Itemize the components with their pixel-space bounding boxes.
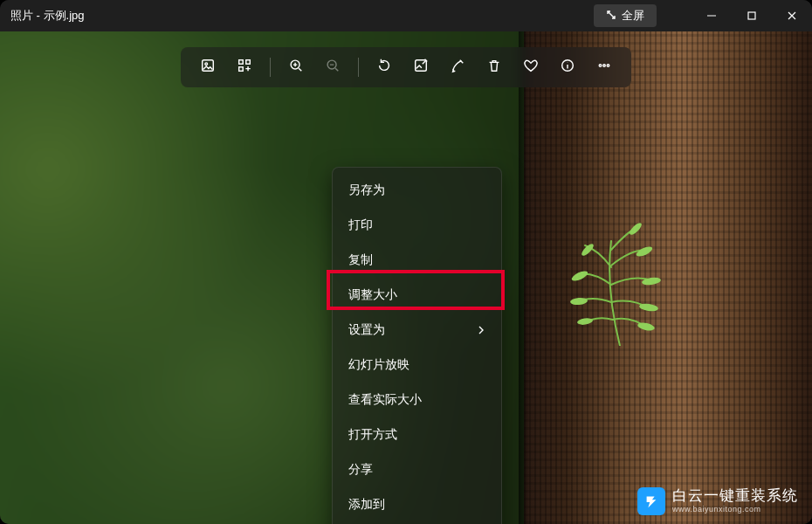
image-canvas[interactable]: 另存为 打印 复制 调整大小 设置为 幻灯片放映 查看实际大小 [0, 31, 812, 524]
menu-item-share[interactable]: 分享 [333, 452, 501, 487]
svg-rect-13 [246, 60, 251, 65]
menu-item-label: 添加到 [348, 497, 385, 513]
svg-rect-0 [748, 12, 755, 19]
svg-point-20 [603, 65, 606, 67]
window-title: 照片 - 示例.jpg [10, 8, 85, 24]
delete-button[interactable] [478, 52, 511, 82]
app-name: 照片 [10, 9, 33, 22]
heart-icon [523, 58, 539, 77]
menu-item-label: 另存为 [348, 183, 385, 198]
svg-rect-14 [239, 67, 244, 72]
maximize-button[interactable] [732, 0, 772, 31]
rotate-button[interactable] [368, 52, 401, 82]
more-icon [596, 58, 612, 77]
menu-item-actual-size[interactable]: 查看实际大小 [333, 383, 501, 417]
toolbar-separator [358, 58, 359, 77]
menu-item-label: 打开方式 [348, 427, 397, 443]
context-menu: 另存为 打印 复制 调整大小 设置为 幻灯片放映 查看实际大小 [332, 167, 502, 524]
svg-point-2 [570, 297, 588, 306]
svg-point-11 [205, 63, 208, 66]
menu-item-label: 查看实际大小 [348, 392, 422, 408]
watermark-text: 白云一键重装系统 [672, 488, 798, 505]
info-button[interactable] [551, 52, 584, 82]
image-icon [200, 58, 216, 77]
menu-item-label: 打印 [348, 217, 373, 233]
fullscreen-icon [606, 10, 616, 23]
menu-item-label: 幻灯片放映 [348, 357, 409, 373]
watermark-url: www.baiyunxitong.com [672, 506, 798, 514]
watermark-logo-icon [637, 487, 665, 515]
minimize-button[interactable] [692, 0, 732, 31]
window-controls [692, 0, 812, 31]
menu-item-set-as[interactable]: 设置为 [333, 313, 501, 348]
markup-button[interactable] [441, 52, 474, 82]
menu-item-add-to[interactable]: 添加到 [333, 487, 501, 522]
zoom-in-icon [288, 58, 304, 77]
rotate-icon [376, 58, 392, 77]
fern-graphic [559, 215, 681, 346]
menu-item-open-with[interactable]: 打开方式 [333, 417, 501, 452]
zoom-out-icon [325, 58, 341, 77]
close-button[interactable] [772, 0, 812, 31]
fullscreen-button[interactable]: 全屏 [594, 4, 657, 27]
trash-icon [486, 58, 502, 77]
title-bar: 照片 - 示例.jpg 全屏 [0, 0, 812, 31]
zoom-out-button[interactable] [316, 52, 349, 82]
watermark-text-block: 白云一键重装系统 www.baiyunxitong.com [672, 488, 798, 514]
view-image-button[interactable] [191, 52, 224, 82]
markup-icon [450, 58, 465, 77]
menu-item-resize[interactable]: 调整大小 [333, 278, 501, 313]
svg-point-9 [628, 221, 643, 237]
fullscreen-label: 全屏 [622, 8, 644, 24]
svg-point-1 [577, 317, 594, 325]
menu-item-label: 设置为 [348, 322, 385, 338]
svg-point-3 [570, 269, 589, 283]
photo-toolbar [181, 47, 631, 87]
photos-app-window: 照片 - 示例.jpg 全屏 [0, 0, 812, 524]
menu-item-slideshow[interactable]: 幻灯片放映 [333, 348, 501, 383]
svg-rect-12 [239, 60, 244, 65]
menu-item-label: 调整大小 [348, 287, 397, 303]
grid-add-icon [237, 58, 252, 77]
edit-image-icon [413, 58, 429, 77]
more-button[interactable] [588, 52, 621, 82]
watermark: 白云一键重装系统 www.baiyunxitong.com [637, 487, 798, 515]
svg-point-19 [599, 65, 602, 67]
filmstrip-button[interactable] [228, 52, 261, 82]
menu-item-copy[interactable]: 复制 [333, 243, 501, 278]
menu-item-save-as[interactable]: 另存为 [333, 173, 501, 208]
favorite-button[interactable] [514, 52, 547, 82]
chevron-right-icon [477, 323, 485, 337]
menu-item-label: 分享 [348, 462, 373, 478]
info-icon [560, 58, 575, 77]
edit-image-button[interactable] [404, 52, 437, 82]
toolbar-separator [270, 58, 271, 77]
svg-point-21 [607, 65, 609, 67]
menu-item-print[interactable]: 打印 [333, 208, 501, 243]
menu-item-label: 复制 [348, 252, 373, 268]
file-name: 示例.jpg [44, 9, 85, 22]
zoom-in-button[interactable] [279, 52, 313, 82]
